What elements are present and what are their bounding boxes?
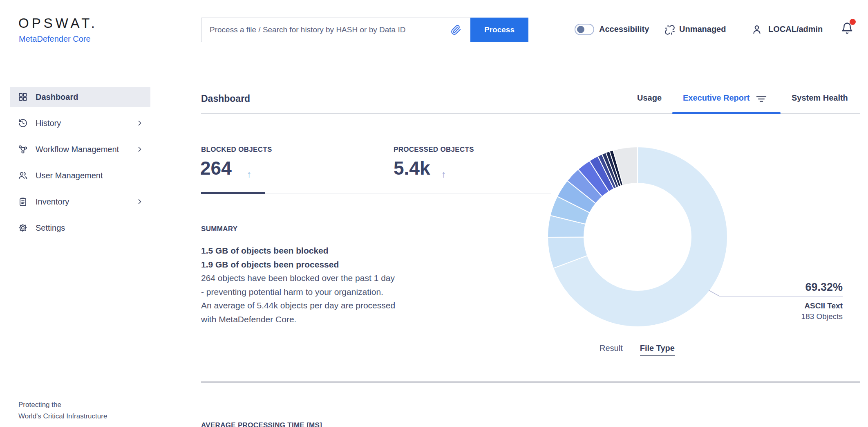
tab-system-health[interactable]: System Health <box>792 93 848 103</box>
user-menu[interactable]: LOCAL/admin <box>768 25 823 34</box>
unmanaged-link[interactable]: Unmanaged <box>679 25 726 34</box>
legend-option-result[interactable]: Result <box>600 344 623 356</box>
process-button[interactable]: Process <box>470 18 528 42</box>
summary-title: SUMMARY <box>201 225 237 233</box>
accessibility-label: Accessibility <box>599 25 649 34</box>
sidebar-item-settings[interactable]: Settings <box>10 218 150 238</box>
tab-usage[interactable]: Usage <box>637 93 662 103</box>
sidebar-item-label: Settings <box>36 223 65 233</box>
opswat-logo: OPSWAT. <box>18 16 98 31</box>
sidebar-footer-tagline: Protecting the World's Critical Infrastr… <box>18 399 107 422</box>
user-icon <box>751 24 763 35</box>
sidebar-item-label: User Management <box>36 171 103 180</box>
sidebar-item-label: Dashboard <box>36 92 78 102</box>
slice-callout: 69.32% ASCII Text 183 Objects <box>801 281 843 322</box>
sidebar-item-history[interactable]: History <box>10 113 150 133</box>
attach-file-icon[interactable] <box>451 25 461 35</box>
summary-line: 264 objects have been blocked over the p… <box>201 271 395 285</box>
donut-hole <box>584 183 691 291</box>
metric-blocked-label: BLOCKED OBJECTS <box>201 146 272 154</box>
trend-up-icon: ↑ <box>441 169 446 180</box>
notification-badge <box>850 19 856 25</box>
summary-line: An average of 5.44k objects per day are … <box>201 299 395 312</box>
grid-icon <box>18 92 28 102</box>
metric-divider <box>265 193 551 193</box>
metric-processed-label: PROCESSED OBJECTS <box>394 146 474 154</box>
accessibility-toggle[interactable] <box>575 24 594 35</box>
sidebar-item-inventory[interactable]: Inventory <box>10 191 150 212</box>
toggle-knob <box>577 26 584 33</box>
file-type-donut-chart[interactable] <box>520 135 847 348</box>
summary-processed-size: 1.9 GB of objects been processed <box>201 258 395 272</box>
sidebar-item-dashboard[interactable]: Dashboard <box>10 87 150 107</box>
sidebar-item-user-management[interactable]: User Management <box>10 165 150 186</box>
callout-percent: 69.32% <box>801 281 843 293</box>
sidebar-item-label: History <box>36 119 61 128</box>
clipboard-icon <box>18 197 28 207</box>
chart-mode-legend: Result File Type <box>600 344 675 356</box>
trend-up-icon: ↑ <box>247 169 252 180</box>
chevron-right-icon <box>136 198 144 206</box>
chevron-right-icon <box>136 119 144 127</box>
sidebar-item-label: Workflow Management <box>36 145 119 154</box>
summary-text: 1.5 GB of objects been blocked 1.9 GB of… <box>201 244 395 326</box>
summary-blocked-size: 1.5 GB of objects been blocked <box>201 244 395 258</box>
active-tab-underline <box>672 112 781 114</box>
sidebar-item-workflow-management[interactable]: Workflow Management <box>10 139 150 160</box>
page-title: Dashboard <box>201 93 250 104</box>
tab-executive-report[interactable]: Executive Report <box>683 93 749 103</box>
summary-line: - preventing potential harm to your orga… <box>201 285 395 299</box>
metric-processed-value[interactable]: 5.4k <box>394 157 430 179</box>
product-name: MetaDefender Core <box>19 34 91 44</box>
unmanaged-broken-link-icon <box>664 25 675 35</box>
filter-icon[interactable] <box>756 95 767 103</box>
workflow-icon <box>18 144 28 154</box>
callout-label: ASCII Text <box>801 301 843 311</box>
users-icon <box>18 171 28 180</box>
avg-processing-time-label: AVERAGE PROCESSING TIME [MS] <box>201 421 322 427</box>
chevron-right-icon <box>136 145 144 153</box>
metric-blocked-value[interactable]: 264 <box>200 157 232 179</box>
search-input[interactable] <box>201 18 470 42</box>
section-divider <box>201 382 860 382</box>
history-icon <box>18 118 28 128</box>
callout-count: 183 Objects <box>801 311 843 322</box>
process-search-bar: Process <box>201 18 528 42</box>
summary-line: with MetaDefender Core. <box>201 312 395 326</box>
gear-icon <box>18 223 28 233</box>
sidebar-item-label: Inventory <box>36 197 69 207</box>
active-metric-underline <box>201 192 265 194</box>
legend-option-file-type[interactable]: File Type <box>640 344 675 356</box>
